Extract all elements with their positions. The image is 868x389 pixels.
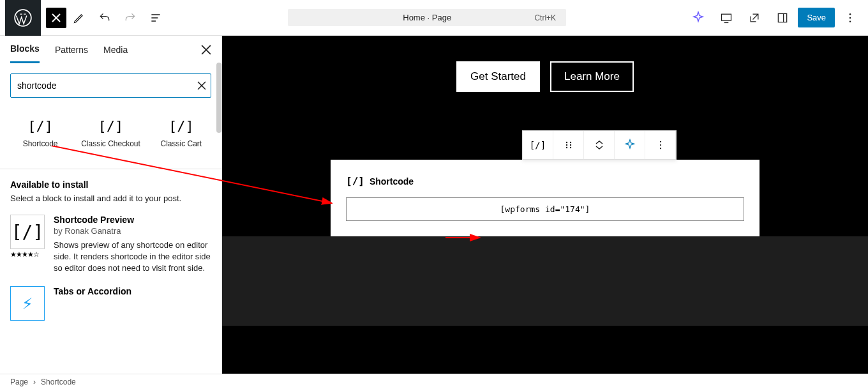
plugin-title: Shortcode Preview xyxy=(54,215,211,225)
doc-title-text: Home · Page xyxy=(403,13,451,22)
tab-patterns[interactable]: Patterns xyxy=(55,45,88,63)
kebab-icon xyxy=(844,11,857,24)
view-link-button[interactable] xyxy=(742,5,767,31)
tab-media[interactable]: Media xyxy=(103,45,128,63)
block-label: Shortcode xyxy=(8,139,73,148)
redo-icon xyxy=(124,11,137,24)
ai-button[interactable] xyxy=(685,5,711,31)
svg-point-10 xyxy=(565,147,567,148)
svg-point-8 xyxy=(565,144,567,146)
close-icon xyxy=(201,45,211,55)
external-icon xyxy=(748,11,761,24)
page-headline[interactable]: Explore Cutting-Edge Tech at Tech Shop xyxy=(222,326,868,374)
panel-icon xyxy=(776,11,789,24)
close-panel-button[interactable] xyxy=(198,42,214,57)
move-buttons[interactable] xyxy=(584,131,615,159)
shortcode-icon: [/] xyxy=(8,118,73,134)
plugin-desc: Shows preview of any shortcode on editor… xyxy=(54,240,211,275)
shortcode-icon: [/] xyxy=(78,118,143,134)
sparkle-icon xyxy=(624,139,636,151)
plugin-icon: ⚡ xyxy=(10,286,45,321)
svg-point-6 xyxy=(565,142,567,143)
available-sub: Select a block to install and add it to … xyxy=(10,194,211,203)
ai-assist-button[interactable] xyxy=(615,131,645,159)
clear-search-button[interactable] xyxy=(197,81,206,90)
undo-icon xyxy=(98,11,111,24)
edit-tool-button[interactable] xyxy=(66,5,92,31)
svg-point-13 xyxy=(659,144,661,146)
settings-panel-button[interactable] xyxy=(770,5,795,31)
block-results: [/] Shortcode [/] Classic Checkout [/] C… xyxy=(0,108,221,169)
available-to-install: Available to install Select a block to i… xyxy=(0,169,221,342)
scrollbar-thumb[interactable] xyxy=(216,63,221,133)
document-title[interactable]: Home · Page Ctrl+K xyxy=(288,9,566,26)
search-input[interactable] xyxy=(10,73,211,98)
block-classic-cart[interactable]: [/] Classic Cart xyxy=(146,113,216,153)
pencil-icon xyxy=(73,11,86,24)
shortcode-icon: [/] xyxy=(149,118,214,134)
plugin-tabs-accordion[interactable]: ⚡ Tabs or Accordion xyxy=(10,286,211,321)
plugin-stars: ★★★★☆ xyxy=(10,250,45,259)
redo-button[interactable] xyxy=(117,5,143,31)
chevron-down-icon xyxy=(595,145,603,150)
drag-icon xyxy=(564,141,573,149)
hero-section: Get Started Learn More [/] xyxy=(222,36,868,326)
view-desktop-button[interactable] xyxy=(714,5,739,31)
svg-point-12 xyxy=(659,141,661,142)
shortcut-hint: Ctrl+K xyxy=(534,13,556,22)
shortcode-label: Shortcode xyxy=(370,176,414,187)
available-heading: Available to install xyxy=(10,179,211,190)
block-label: Classic Checkout xyxy=(78,139,143,148)
shortcode-input[interactable]: [wpforms id="174"] xyxy=(346,197,744,221)
block-type-button[interactable]: [/] xyxy=(523,131,553,159)
svg-point-5 xyxy=(849,20,851,22)
kebab-icon xyxy=(655,139,666,151)
close-inserter-button[interactable] xyxy=(46,8,66,28)
breadcrumb: Page › Shortcode xyxy=(0,374,868,389)
close-icon xyxy=(197,81,206,90)
topbar: Home · Page Ctrl+K Save xyxy=(0,0,868,36)
drag-handle[interactable] xyxy=(553,131,584,159)
block-toolbar: [/] xyxy=(522,130,677,160)
get-started-button[interactable]: Get Started xyxy=(456,61,540,92)
more-menu-button[interactable] xyxy=(837,5,863,31)
svg-point-9 xyxy=(569,144,571,146)
shortcode-header: [/] Shortcode xyxy=(346,175,744,187)
chevron-right-icon: › xyxy=(33,378,36,386)
editor-canvas: Get Started Learn More [/] xyxy=(222,36,868,374)
wp-logo[interactable] xyxy=(5,0,41,36)
block-options-button[interactable] xyxy=(645,131,676,159)
desktop-icon xyxy=(720,11,733,24)
inserter-sidebar: Blocks Patterns Media [/] Shortcode [/] xyxy=(0,36,222,374)
block-shortcode[interactable]: [/] Shortcode xyxy=(5,113,75,153)
wordpress-icon xyxy=(14,9,32,27)
undo-button[interactable] xyxy=(92,5,117,31)
close-icon xyxy=(52,13,61,22)
learn-more-button[interactable]: Learn More xyxy=(550,61,634,92)
breadcrumb-item[interactable]: Shortcode xyxy=(41,378,76,386)
svg-rect-1 xyxy=(722,14,731,20)
block-label: Classic Cart xyxy=(149,139,214,148)
shortcode-block[interactable]: [/] Shortcode [wpforms id="174"] xyxy=(331,160,760,236)
svg-point-3 xyxy=(849,13,851,15)
svg-rect-2 xyxy=(779,13,787,22)
breadcrumb-item[interactable]: Page xyxy=(10,378,28,386)
plugin-icon: [/] xyxy=(10,215,45,249)
svg-point-14 xyxy=(659,148,661,149)
plugin-title: Tabs or Accordion xyxy=(54,286,131,296)
sparkle-icon xyxy=(691,11,705,25)
svg-point-7 xyxy=(569,142,571,143)
chevron-up-icon xyxy=(595,140,603,145)
list-view-button[interactable] xyxy=(143,5,168,31)
svg-point-11 xyxy=(569,147,571,148)
save-button[interactable]: Save xyxy=(798,8,835,27)
block-classic-checkout[interactable]: [/] Classic Checkout xyxy=(75,113,146,153)
block-search xyxy=(10,73,211,98)
plugin-shortcode-preview[interactable]: [/] ★★★★☆ Shortcode Preview by Ronak Gan… xyxy=(10,215,211,275)
svg-point-4 xyxy=(849,17,851,19)
plugin-author: by Ronak Ganatra xyxy=(54,226,211,236)
sidebar-tabs: Blocks Patterns Media xyxy=(0,36,221,63)
shortcode-icon: [/] xyxy=(346,175,364,187)
list-icon xyxy=(149,11,162,24)
tab-blocks[interactable]: Blocks xyxy=(10,43,40,63)
